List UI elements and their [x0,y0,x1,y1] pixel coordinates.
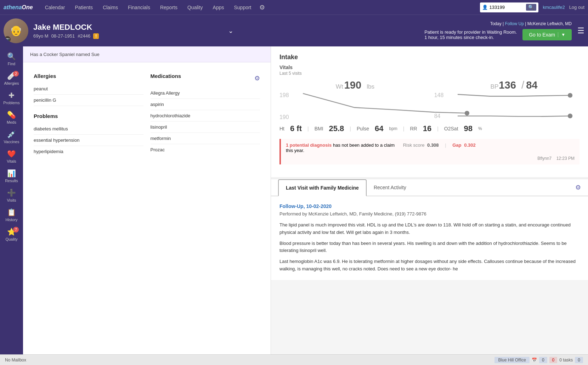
tab-last-visit[interactable]: Last Visit with Family Medicine [278,179,367,196]
mailbox-label: No Mailbox [5,358,26,363]
alert-badge[interactable]: ! [93,33,99,39]
collapse-button[interactable]: ⌄ [228,27,233,35]
nav-patients[interactable]: Patients [70,0,98,15]
allergy-item-peanut: peanut [34,83,143,95]
intake-title: Intake [279,54,579,61]
counter-1[interactable]: 0 [539,357,547,363]
find-icon: 🔍 [7,52,16,61]
allergies-title: Allergies [34,73,143,79]
tabs-header: Last Visit with Family Medicine Recent A… [271,179,588,196]
search-button[interactable]: 🔍 [526,4,536,11]
sidebar-label-visits: Visits [7,198,16,202]
patient-dob: 08-27-1951 [51,33,75,39]
visit-note-2: Blood pressure is better today than has … [279,240,579,255]
nav-reports[interactable]: Reports [155,0,182,15]
medications-gear-icon[interactable]: ⚙ [254,74,260,82]
vaccines-icon: 💉 [7,130,16,139]
sidebar-item-allergies[interactable]: 🩹 Allergies 2 [0,69,23,88]
allergy-item-penicillin: penicillin G [34,95,143,106]
svg-text:Wt: Wt [336,83,343,90]
sidebar-item-quality[interactable]: ⭐ Quality 7 [0,225,23,244]
problem-item-hypertension: essential hypertension [34,135,143,146]
med-item-hctz: hydrochlorothiazide [151,110,260,122]
search-input[interactable]: 133199 [489,5,525,10]
nav-claims[interactable]: Claims [98,0,123,15]
svg-text:148: 148 [434,92,444,98]
problems-title: Problems [34,113,143,119]
counter-2[interactable]: 0 [549,357,558,363]
allergies-section: Allergies peanut penicillin G Problems d… [30,69,147,161]
patient-id: #2446 [78,33,90,39]
sidebar-item-meds[interactable]: 💊 Meds [0,108,23,127]
chevron-icon: ▼ [558,32,565,37]
svg-text:190: 190 [279,114,289,120]
visit-title[interactable]: Follow-Up, 10-02-2020 [279,203,579,209]
tab-content: Follow-Up, 10-02-2020 Performed by McKen… [271,196,588,280]
go-exam-label: Go to Exam [529,32,555,38]
sidebar-label-problems: Problems [3,101,19,105]
problem-item-hyperlipidemia: hyperlipidemia [34,146,143,157]
gap-label: Gap [452,142,461,148]
sidebar-item-find[interactable]: 🔍 Find [0,49,23,69]
go-to-exam-button[interactable]: Go to Exam ▼ [522,29,572,40]
camera-icon[interactable]: 📷 [4,36,11,43]
patient-age: 69yo M [33,33,49,39]
sidebar-item-problems[interactable]: ✚ Problems [0,88,23,108]
last-visit-section: Last Visit with Family Medicine Recent A… [271,179,588,280]
history-icon: 📋 [7,208,16,217]
nav-calendar[interactable]: Calendar [40,0,70,15]
header-status-bar: Today | Follow Up | McKenzie Leftwich, M… [490,21,572,26]
provider-name: McKenzie Leftwich, MD [527,21,572,26]
alert-text-1: has not been added to a claim [333,142,395,148]
calendar-icon[interactable]: 📅 [532,358,537,363]
sidebar-label-vaccines: Vaccines [4,140,19,144]
nav-apps[interactable]: Apps [208,0,229,15]
visits-icon: ➕ [7,189,16,197]
sidebar-item-visits[interactable]: ➕ Visits [0,186,23,205]
content-area: Has a Cocker Spaniel named Sue Allergies… [23,46,588,354]
status-bar: No Mailbox Blue Hill Office 📅 0 0 0 task… [0,354,588,365]
waiting-message: Patient is ready for provider in Waiting… [424,29,517,40]
right-panel: Intake Vitals Last 5 visits Wt 190 lbs B… [271,46,588,354]
patient-header: 👴 📷 Jake MEDLOCK 69yo M 08-27-1951 #2446… [0,15,588,46]
tasks-label: 0 tasks [559,358,573,363]
patient-avatar[interactable]: 👴 📷 [4,18,28,43]
nav-financials[interactable]: Financials [123,0,155,15]
svg-text:136: 136 [499,79,516,91]
medications-title: Medications [151,73,181,79]
svg-text:BP: BP [491,83,499,90]
logout-button[interactable]: Log out [569,5,584,10]
med-item-aspirin: aspirin [151,99,260,110]
user-menu[interactable]: kmcaulife2 [543,5,565,10]
sidebar-label-results: Results [5,179,18,183]
tab-recent-activity[interactable]: Recent Activity [367,180,413,196]
intake-card: Intake Vitals Last 5 visits Wt 190 lbs B… [271,46,588,179]
vitals-chart: Wt 190 lbs BP 136 / 84 198 190 148 84 [279,79,579,118]
sidebar-item-vitals[interactable]: ❤️ Vitals [0,147,23,166]
sidebar-item-vaccines[interactable]: 💉 Vaccines [0,127,23,147]
potential-diagnosis-link[interactable]: 1 potential diagnosis [286,142,332,148]
counter-3[interactable]: 0 [575,357,583,363]
sidebar-item-results[interactable]: 📊 Results [0,166,23,186]
follow-up-link[interactable]: Follow Up [505,21,524,26]
status-bar-right: Blue Hill Office 📅 0 0 0 tasks 0 [494,357,583,363]
sidebar-label-find: Find [8,62,15,66]
hamburger-menu[interactable]: ☰ [577,26,584,35]
right-header: Today | Follow Up | McKenzie Leftwich, M… [424,21,572,40]
vitals-icon: ❤️ [7,150,16,158]
svg-text:190: 190 [344,79,362,91]
patient-details: 69yo M 08-27-1951 #2446 ! [33,33,225,39]
person-icon: 👤 [482,5,488,10]
app-logo[interactable]: athenaOne [4,4,33,11]
sidebar-label-history: History [5,218,17,222]
alert-time: 12:23 PM [556,156,575,161]
settings-icon[interactable]: ⚙ [259,4,265,11]
office-name[interactable]: Blue Hill Office [494,357,529,363]
nav-support[interactable]: Support [229,0,256,15]
nav-quality[interactable]: Quality [182,0,208,15]
patient-name: Jake MEDLOCK [33,23,225,32]
sidebar-item-history[interactable]: 📋 History [0,205,23,225]
tabs-gear-icon[interactable]: ⚙ [575,184,581,191]
alert-user: Bflynn7 [537,156,552,161]
visit-note-3: Last hemoglobin A1c was 6.9. He is toler… [279,258,579,273]
